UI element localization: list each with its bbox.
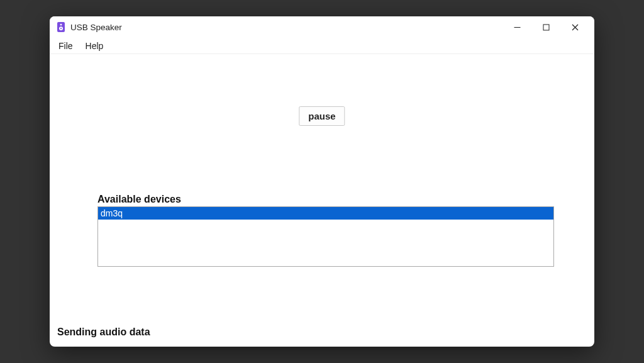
speaker-icon	[56, 22, 65, 33]
menu-help[interactable]: Help	[79, 39, 110, 53]
device-listbox[interactable]: dm3q	[97, 206, 554, 267]
window-controls	[502, 16, 589, 38]
svg-point-3	[60, 28, 61, 29]
menubar: File Help	[50, 38, 594, 54]
app-window: USB Speaker File Help pause Available de…	[50, 16, 594, 347]
device-item[interactable]: dm3q	[98, 207, 553, 220]
svg-point-1	[60, 24, 62, 26]
close-button[interactable]	[560, 16, 589, 38]
maximize-button[interactable]	[531, 16, 560, 38]
titlebar-left: USB Speaker	[56, 22, 122, 33]
menu-file[interactable]: File	[52, 39, 79, 53]
status-text: Sending audio data	[57, 327, 150, 338]
titlebar: USB Speaker	[50, 16, 594, 38]
svg-rect-5	[543, 25, 549, 30]
devices-section: Available devices dm3q	[97, 194, 554, 267]
pause-button[interactable]: pause	[299, 106, 345, 126]
minimize-button[interactable]	[502, 16, 531, 38]
main-content: pause Available devices dm3q Sending aud…	[50, 54, 594, 347]
devices-label: Available devices	[97, 194, 554, 205]
app-title: USB Speaker	[70, 23, 122, 32]
